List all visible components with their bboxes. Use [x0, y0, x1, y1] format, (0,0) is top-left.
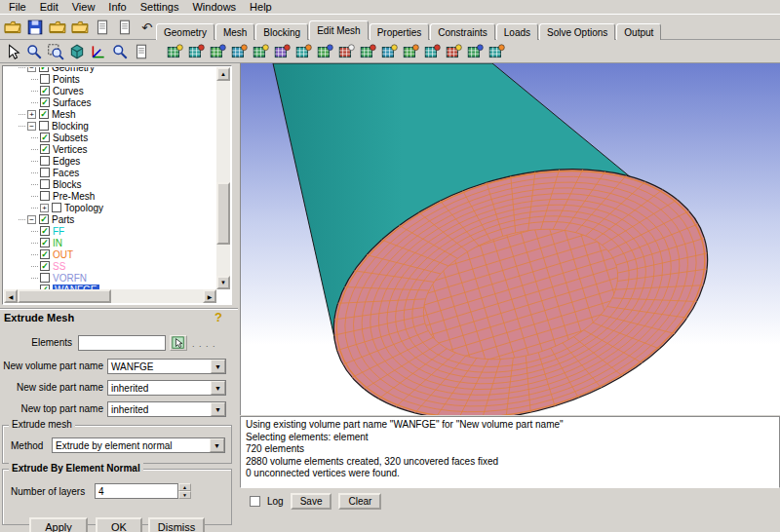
coarsen-elements-icon[interactable]	[251, 42, 270, 61]
tree-checkbox[interactable]	[40, 179, 50, 189]
save-geometry-icon[interactable]	[93, 18, 112, 37]
chevron-down-icon[interactable]: ▼	[210, 438, 224, 452]
menu-view[interactable]: View	[65, 0, 102, 14]
tab-edit-mesh[interactable]: Edit Mesh	[309, 20, 368, 40]
renumber-mesh-icon[interactable]	[422, 42, 442, 61]
tab-mesh[interactable]: Mesh	[215, 23, 254, 40]
tree-item-blocks[interactable]: Blocks	[4, 178, 216, 190]
create-elements-icon[interactable]	[165, 42, 184, 61]
tab-properties[interactable]: Properties	[370, 23, 430, 40]
tree-checkbox[interactable]: ✓	[40, 261, 50, 271]
tree-checkbox[interactable]: ✓	[39, 109, 49, 119]
scroll-right-button[interactable]: ▶	[203, 289, 216, 303]
tree-checkbox[interactable]	[40, 168, 50, 177]
save-log-button[interactable]: Save	[291, 493, 332, 510]
tree-item-vertices[interactable]: ✓Vertices	[4, 143, 216, 155]
tree-item-surfaces[interactable]: ✓Surfaces	[4, 96, 216, 108]
spin-up-icon[interactable]: ▲	[178, 483, 191, 491]
menu-info[interactable]: Info	[101, 0, 133, 14]
method-select[interactable]: Extrude by element normal ▼	[52, 437, 225, 453]
tree-item-subsets[interactable]: ✓Subsets	[4, 132, 216, 143]
tree-item-curves[interactable]: ✓Curves	[4, 85, 216, 96]
side-part-name-select[interactable]: inherited ▼	[107, 380, 226, 396]
tree-checkbox[interactable]: ✓	[39, 67, 49, 72]
tree-item-ff[interactable]: ✓FF	[4, 225, 216, 237]
dismiss-button[interactable]: Dismiss	[148, 517, 205, 532]
split-edges-icon[interactable]	[315, 42, 334, 61]
tree-item-faces[interactable]: Faces	[4, 167, 216, 178]
swap-edges-icon[interactable]	[358, 42, 377, 61]
tab-geometry[interactable]: Geometry	[156, 23, 214, 40]
scroll-up-button[interactable]: ▲	[216, 67, 230, 81]
scroll-left-button[interactable]: ◀	[4, 289, 18, 303]
check-mesh-icon[interactable]	[487, 42, 506, 61]
tree-checkbox[interactable]: ✓	[40, 86, 50, 95]
open-geometry-icon[interactable]	[48, 18, 67, 37]
clear-log-button[interactable]: Clear	[338, 493, 381, 510]
menu-file[interactable]: File	[2, 0, 33, 14]
tree-item-parts[interactable]: −✓Parts	[4, 213, 216, 225]
tree-checkbox[interactable]: ✓	[40, 133, 50, 142]
tree-vertical-scrollbar[interactable]: ▲ ▼	[216, 67, 230, 289]
fit-window-icon[interactable]	[46, 42, 65, 61]
select-elements-button[interactable]	[170, 335, 187, 351]
vertical-scrollbar-thumb[interactable]	[216, 182, 230, 245]
repair-mesh-icon[interactable]	[336, 42, 356, 61]
tree-item-edges[interactable]: Edges	[4, 155, 216, 167]
number-of-layers-input[interactable]	[95, 483, 178, 499]
undo-icon[interactable]: ↶	[137, 18, 157, 37]
refine-elements-icon[interactable]	[229, 42, 249, 61]
tree-checkbox[interactable]	[40, 191, 50, 201]
menu-help[interactable]: Help	[243, 0, 279, 14]
tab-solve-options[interactable]: Solve Options	[539, 23, 615, 40]
tab-output[interactable]: Output	[616, 23, 661, 40]
save-mesh-icon[interactable]	[115, 18, 135, 37]
ok-button[interactable]: OK	[96, 517, 142, 532]
tree-checkbox[interactable]	[40, 156, 50, 166]
tree-checkbox[interactable]: ✓	[40, 144, 50, 154]
zoom-window-icon[interactable]	[24, 42, 44, 61]
expand-icon[interactable]: +	[40, 204, 49, 212]
horizontal-scrollbar-thumb[interactable]	[18, 289, 111, 303]
tree-item-ss[interactable]: ✓SS	[4, 260, 216, 272]
tree-checkbox[interactable]	[52, 203, 61, 212]
menu-settings[interactable]: Settings	[134, 0, 186, 14]
tree-item-points[interactable]: Points	[4, 73, 216, 85]
menu-edit[interactable]: Edit	[33, 0, 65, 14]
smooth-elements-icon[interactable]	[208, 42, 227, 61]
transform-elements-icon[interactable]	[272, 42, 292, 61]
tab-blocking[interactable]: Blocking	[255, 23, 308, 40]
collapse-icon[interactable]: −	[27, 215, 36, 224]
scroll-down-button[interactable]: ▼	[216, 276, 230, 289]
tree-item-pre-mesh[interactable]: Pre-Mesh	[4, 190, 216, 202]
tree-checkbox[interactable]: ✓	[40, 238, 50, 247]
coordinate-axes-icon[interactable]	[89, 42, 108, 61]
delete-elements-icon[interactable]	[444, 42, 463, 61]
mesh-quality-icon[interactable]	[465, 42, 485, 61]
collapse-icon[interactable]: −	[27, 67, 36, 72]
tree-item-vorfn[interactable]: VORFN	[4, 272, 216, 284]
tree-checkbox[interactable]: ✓	[40, 97, 50, 107]
select-cursor-icon[interactable]	[3, 42, 22, 61]
tree-checkbox[interactable]: ✓	[40, 226, 50, 236]
tree-item-blocking[interactable]: −Blocking	[4, 120, 216, 132]
tree-item-out[interactable]: ✓OUT	[4, 248, 216, 260]
elements-input[interactable]	[78, 335, 166, 351]
chevron-down-icon[interactable]: ▼	[211, 381, 225, 395]
tree-checkbox[interactable]: ✓	[39, 214, 49, 224]
tab-loads[interactable]: Loads	[496, 23, 538, 40]
tab-constraints[interactable]: Constraints	[430, 23, 495, 40]
tree-checkbox[interactable]	[40, 74, 50, 84]
merge-nodes-icon[interactable]	[293, 42, 313, 61]
tree-checkbox[interactable]	[39, 121, 49, 131]
chevron-down-icon[interactable]: ▼	[211, 402, 225, 416]
screen-layout-icon[interactable]	[132, 42, 151, 61]
viewport-3d[interactable]	[240, 63, 780, 415]
expand-icon[interactable]: +	[27, 110, 36, 119]
isometric-view-icon[interactable]	[67, 42, 87, 61]
chevron-down-icon[interactable]: ▼	[211, 360, 225, 373]
spin-down-icon[interactable]: ▼	[178, 491, 191, 499]
tree-checkbox[interactable]	[40, 273, 50, 283]
tree-checkbox[interactable]: ✓	[40, 249, 50, 259]
tree-item-in[interactable]: ✓IN	[4, 237, 216, 248]
